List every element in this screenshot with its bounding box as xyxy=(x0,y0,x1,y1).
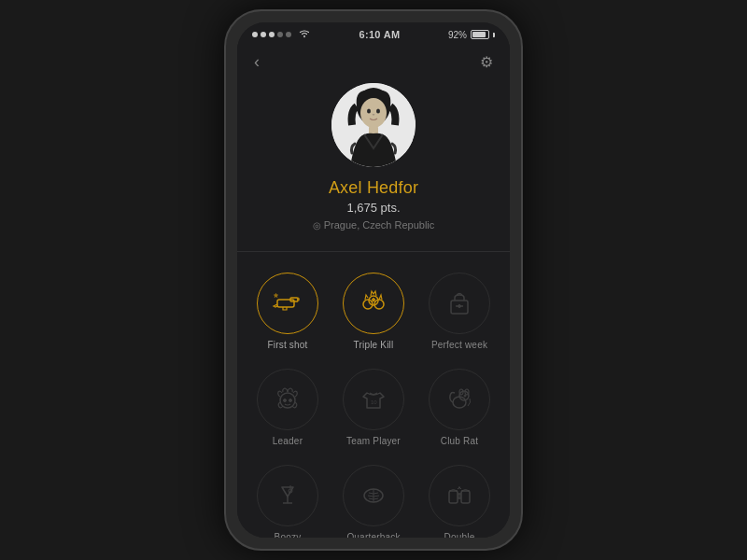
status-time: 6:10 AM xyxy=(359,29,401,40)
quarterback-icon xyxy=(356,478,391,513)
dot-2 xyxy=(261,32,266,37)
badge-leader[interactable]: Leader xyxy=(247,361,329,454)
badge-circle-team-player: 10 xyxy=(343,369,404,430)
wifi-icon xyxy=(298,28,311,41)
badge-label-quarterback: Quarterback xyxy=(346,532,400,538)
battery-percent: 92% xyxy=(448,30,467,40)
badge-triple-kill[interactable]: Triple Kill xyxy=(332,265,415,357)
badge-quarterback[interactable]: Quarterback xyxy=(332,457,415,538)
location-text: Prague, Czech Republic xyxy=(324,219,435,231)
app-content: ‹ ⚙ xyxy=(237,45,510,538)
settings-button[interactable]: ⚙ xyxy=(480,53,493,71)
badge-circle-double xyxy=(429,465,490,526)
badge-team-player[interactable]: 10 Team Player xyxy=(332,361,415,454)
badge-label-triple-kill: Triple Kill xyxy=(354,340,394,350)
first-shot-icon xyxy=(270,286,305,321)
battery-area: 92% xyxy=(448,30,495,40)
location-pin-icon: ◎ xyxy=(313,220,321,231)
badge-circle-quarterback xyxy=(343,465,404,526)
badge-label-club-rat: Club Rat xyxy=(441,436,479,446)
badge-first-shot[interactable]: First shot xyxy=(247,265,329,357)
user-points: 1,675 pts. xyxy=(346,201,400,215)
signal-dots xyxy=(252,28,311,41)
triple-kill-icon xyxy=(356,286,391,321)
svg-point-4 xyxy=(376,109,380,114)
dot-1 xyxy=(252,32,258,37)
svg-rect-6 xyxy=(277,300,294,307)
user-location: ◎ Prague, Czech Republic xyxy=(313,219,435,231)
badges-grid: First shot xyxy=(237,258,510,538)
avatar-image xyxy=(331,83,416,167)
badge-label-double: Double xyxy=(444,532,475,538)
svg-point-15 xyxy=(289,399,292,402)
battery-fill xyxy=(472,32,486,37)
top-nav: ‹ ⚙ xyxy=(237,45,510,76)
phone-screen: 6:10 AM 92% ‹ ⚙ xyxy=(237,22,510,538)
badge-boozy[interactable]: Boozy xyxy=(247,457,329,538)
badge-circle-triple-kill xyxy=(343,273,404,334)
status-bar: 6:10 AM 92% xyxy=(237,22,510,45)
battery-icon xyxy=(471,30,489,39)
svg-text:10: 10 xyxy=(371,399,377,405)
svg-point-21 xyxy=(464,395,466,397)
section-divider xyxy=(237,251,510,252)
dot-3 xyxy=(269,32,275,37)
profile-section: Axel Hedfor 1,675 pts. ◎ Prague, Czech R… xyxy=(237,76,510,245)
svg-point-12 xyxy=(458,305,461,308)
badge-perfect-week[interactable]: Perfect week xyxy=(418,265,500,357)
svg-point-2 xyxy=(360,98,387,128)
svg-point-14 xyxy=(284,399,287,402)
back-button[interactable]: ‹ xyxy=(254,52,260,72)
badge-circle-first-shot xyxy=(257,273,318,334)
dot-5 xyxy=(286,32,291,37)
badge-label-leader: Leader xyxy=(273,436,303,446)
badge-label-first-shot: First shot xyxy=(267,340,307,350)
phone-frame: 6:10 AM 92% ‹ ⚙ xyxy=(224,9,523,551)
svg-rect-27 xyxy=(449,491,458,503)
badge-club-rat[interactable]: Club Rat xyxy=(418,361,500,454)
boozy-icon xyxy=(270,478,305,513)
double-icon xyxy=(442,478,477,513)
badge-label-boozy: Boozy xyxy=(275,532,302,538)
avatar xyxy=(331,83,416,167)
badge-circle-boozy xyxy=(257,465,318,526)
club-rat-icon xyxy=(442,382,477,417)
badge-circle-perfect-week xyxy=(429,273,490,334)
dot-4 xyxy=(277,32,283,37)
svg-point-3 xyxy=(367,109,371,114)
badge-circle-leader xyxy=(257,369,318,430)
svg-rect-28 xyxy=(461,491,470,503)
badge-circle-club-rat xyxy=(429,369,490,430)
perfect-week-icon xyxy=(442,286,477,321)
leader-icon xyxy=(270,382,305,417)
user-name: Axel Hedfor xyxy=(329,178,418,198)
battery-tip xyxy=(493,33,495,37)
badge-label-team-player: Team Player xyxy=(346,436,401,446)
badge-label-perfect-week: Perfect week xyxy=(431,340,487,350)
team-player-icon: 10 xyxy=(356,382,391,417)
badge-double[interactable]: Double xyxy=(418,457,500,538)
